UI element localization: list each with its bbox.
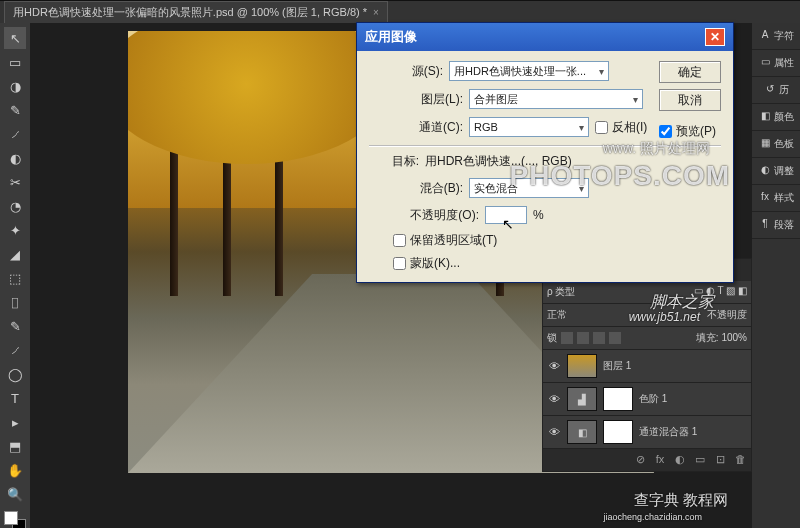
link-icon[interactable]: ⊘ <box>633 453 647 467</box>
target-value: 用HDR色调快速...(..., RGB) <box>425 153 572 170</box>
layer-filter[interactable]: ρ 类型 <box>547 285 575 299</box>
blur-tool[interactable]: ✎ <box>4 315 26 337</box>
visibility-icon[interactable]: 👁 <box>547 360 561 372</box>
panel-tab-history[interactable]: ↺历 <box>752 77 800 104</box>
wand-tool[interactable]: ✎ <box>4 99 26 121</box>
blend-select[interactable]: 实色混合 <box>469 178 589 198</box>
toolbar: ↖ ▭ ◑ ✎ ⟋ ◐ ✂ ◔ ✦ ◢ ⬚ ⌷ ✎ ⟋ ◯ T ▸ ⬒ ✋ 🔍 <box>0 23 30 528</box>
layer-label: 图层(L): <box>389 91 463 108</box>
color-swatches[interactable] <box>4 511 26 528</box>
panel-tab-paragraph[interactable]: ¶段落 <box>752 212 800 239</box>
panel-dock: A字符 ▭属性 ↺历 ◧颜色 ▦色板 ◐调整 fx样式 ¶段落 <box>752 23 800 528</box>
marquee-tool[interactable]: ▭ <box>4 51 26 73</box>
panel-tab-color[interactable]: ◧颜色 <box>752 104 800 131</box>
cancel-button[interactable]: 取消 <box>659 89 721 111</box>
brush-tool[interactable]: ◔ <box>4 195 26 217</box>
layer-thumb[interactable] <box>567 354 597 378</box>
document-tab[interactable]: 用HDR色调快速处理一张偏暗的风景照片.psd @ 100% (图层 1, RG… <box>4 1 388 24</box>
close-icon[interactable]: × <box>373 7 379 18</box>
zoom-tool[interactable]: 🔍 <box>4 483 26 505</box>
shape-tool[interactable]: ⬒ <box>4 435 26 457</box>
panel-tab-adjustments[interactable]: ◐调整 <box>752 158 800 185</box>
layer-row[interactable]: 👁 ▟ 色阶 1 <box>543 383 751 416</box>
visibility-icon[interactable]: 👁 <box>547 393 561 405</box>
panel-tab-swatches[interactable]: ▦色板 <box>752 131 800 158</box>
hand-tool[interactable]: ✋ <box>4 459 26 481</box>
mask-thumb[interactable] <box>603 387 633 411</box>
apply-image-dialog: 应用图像 ✕ 确定 取消 预览(P) 源(S): 用HDR色调快速处理一张...… <box>356 22 734 283</box>
fill-adj-icon[interactable]: ▭ <box>693 453 707 467</box>
layer-row[interactable]: 👁 ◧ 通道混合器 1 <box>543 416 751 449</box>
source-select[interactable]: 用HDR色调快速处理一张... <box>449 61 609 81</box>
adj-thumb[interactable]: ▟ <box>567 387 597 411</box>
fx-icon[interactable]: fx <box>653 453 667 467</box>
mask-checkbox[interactable]: 蒙版(K)... <box>393 255 721 272</box>
stamp-tool[interactable]: ✦ <box>4 219 26 241</box>
channel-select[interactable]: RGB <box>469 117 589 137</box>
path-select-tool[interactable]: ▸ <box>4 411 26 433</box>
channel-label: 通道(C): <box>389 119 463 136</box>
source-label: 源(S): <box>369 63 443 80</box>
invert-checkbox[interactable]: 反相(I) <box>595 119 669 136</box>
target-label: 目标: <box>369 153 419 170</box>
preview-checkbox[interactable]: 预览(P) <box>659 123 721 140</box>
close-icon[interactable]: ✕ <box>705 28 725 46</box>
fill-value[interactable]: 100% <box>721 332 747 343</box>
lasso-tool[interactable]: ◑ <box>4 75 26 97</box>
visibility-icon[interactable]: 👁 <box>547 426 561 438</box>
trash-icon[interactable]: 🗑 <box>733 453 747 467</box>
layer-select[interactable]: 合并图层 <box>469 89 643 109</box>
panel-tab-properties[interactable]: ▭属性 <box>752 50 800 77</box>
opacity-input[interactable] <box>485 206 527 224</box>
panel-tab-styles[interactable]: fx样式 <box>752 185 800 212</box>
mask-thumb[interactable] <box>603 420 633 444</box>
panel-tab-character[interactable]: A字符 <box>752 23 800 50</box>
blend-label: 混合(B): <box>389 180 463 197</box>
mask-icon[interactable]: ◐ <box>673 453 687 467</box>
adj-thumb[interactable]: ◧ <box>567 420 597 444</box>
ok-button[interactable]: 确定 <box>659 61 721 83</box>
crop-tool[interactable]: ⟋ <box>4 123 26 145</box>
eraser-tool[interactable]: ⬚ <box>4 267 26 289</box>
dialog-title: 应用图像 <box>365 28 417 46</box>
type-tool[interactable]: T <box>4 387 26 409</box>
layer-row[interactable]: 👁 图层 1 <box>543 350 751 383</box>
dodge-tool[interactable]: ⟋ <box>4 339 26 361</box>
preserve-checkbox[interactable]: 保留透明区域(T) <box>393 232 721 249</box>
opacity-label: 不透明度(O): <box>389 207 479 224</box>
new-layer-icon[interactable]: ⊡ <box>713 453 727 467</box>
layers-panel: 图层 通道 路径 ρ 类型 ▭ ◐ T ▧ ◧ 正常 不透明度 锁 填充: 10… <box>542 258 752 472</box>
gradient-tool[interactable]: ⌷ <box>4 291 26 313</box>
doc-title: 用HDR色调快速处理一张偏暗的风景照片.psd @ 100% (图层 1, RG… <box>13 5 367 20</box>
heal-tool[interactable]: ✂ <box>4 171 26 193</box>
blend-mode-select[interactable]: 正常 <box>547 308 567 322</box>
move-tool[interactable]: ↖ <box>4 27 26 49</box>
eyedrop-tool[interactable]: ◐ <box>4 147 26 169</box>
pen-tool[interactable]: ◯ <box>4 363 26 385</box>
history-brush-tool[interactable]: ◢ <box>4 243 26 265</box>
